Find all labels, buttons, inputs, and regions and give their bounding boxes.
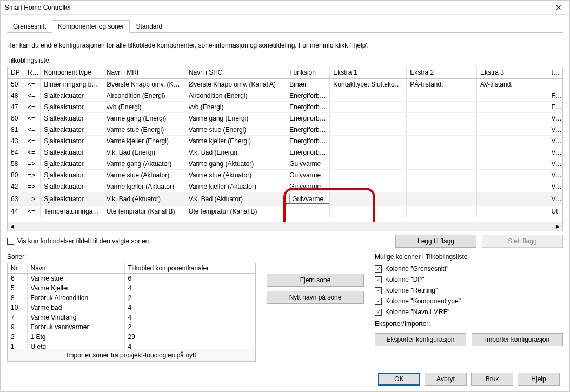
table-cell[interactable]: 50 [8, 78, 24, 90]
function-dropdown[interactable]: Gulvvarme▾ [289, 194, 330, 204]
table-cell[interactable]: 81 [8, 124, 24, 135]
table-cell[interactable]: Øverste Knapp omv. (Ka... [103, 78, 185, 90]
add-flag-button[interactable]: Legg til flagg [395, 235, 476, 248]
table-row[interactable]: 81<=SjalteaktuatorVarme stue (Energi)Var… [8, 124, 562, 135]
table-cell[interactable]: Energiforbruk [286, 124, 330, 135]
tab-komponenter[interactable]: Komponenter og soner [52, 20, 130, 33]
conn-column-header[interactable]: DP [8, 67, 24, 78]
table-cell[interactable]: 63 [8, 192, 24, 205]
table-row[interactable]: 42=>SjalteaktuatorVarme kjeller (Aktuato… [8, 181, 562, 192]
table-cell[interactable]: <= [24, 90, 40, 101]
zone-row[interactable]: 6Varme stue6 [8, 274, 255, 284]
table-cell[interactable]: 47 [8, 101, 24, 112]
table-cell[interactable] [407, 169, 477, 181]
table-cell[interactable]: Varme kjeller (Aktuator) [103, 181, 185, 192]
table-cell[interactable] [330, 158, 407, 169]
table-cell[interactable] [330, 135, 407, 147]
horizontal-scrollbar[interactable]: ◄ ► [7, 222, 563, 231]
table-cell[interactable]: => [24, 192, 40, 205]
table-cell[interactable]: Sjalteaktuator [41, 135, 103, 147]
table-cell[interactable]: Varme stue (Energi) [185, 124, 286, 135]
table-row[interactable]: 80=>SjalteaktuatorVarme stue (Aktuator)V… [8, 169, 562, 181]
table-cell[interactable]: Binær inngang batteri [41, 78, 103, 90]
zone-cell[interactable]: 29 [124, 332, 255, 342]
zone-cell[interactable]: 1 Etg [27, 332, 124, 342]
table-cell[interactable]: <= [24, 135, 40, 147]
table-cell[interactable]: Gulvvarme [286, 169, 330, 181]
table-cell[interactable] [476, 205, 548, 217]
conn-column-header[interactable]: Funksjon [286, 67, 330, 78]
table-row[interactable]: 44<=TemperaturinngangUte tempratur (Kana… [8, 205, 562, 217]
table-cell[interactable]: Va [548, 135, 562, 147]
table-cell[interactable]: Varme stue (Aktuator) [185, 169, 286, 181]
table-cell[interactable] [476, 147, 548, 158]
zone-column-header[interactable]: Navn: [27, 263, 124, 274]
table-cell[interactable] [476, 192, 548, 205]
zone-cell[interactable]: Varme stue [27, 274, 124, 284]
table-cell[interactable]: Aircondition (Energi) [103, 90, 185, 101]
table-cell[interactable] [476, 135, 548, 147]
zone-row[interactable]: 8Forbruk Aircondition2 [8, 293, 255, 303]
table-cell[interactable]: 64 [8, 147, 24, 158]
table-cell[interactable]: Sjalteaktuator [41, 169, 103, 181]
table-cell[interactable]: Ute tempratur (Kanal B) [185, 205, 286, 217]
table-cell[interactable]: 42 [8, 181, 24, 192]
table-cell[interactable] [407, 135, 477, 147]
table-cell[interactable]: Varme gang (Energi) [103, 112, 185, 124]
table-cell[interactable]: Varme gang (Energi) [185, 112, 286, 124]
table-cell[interactable]: Sjalteaktuator [41, 101, 103, 112]
zone-row[interactable]: 10Varme bad4 [8, 303, 255, 313]
conn-column-header[interactable]: R... [24, 67, 40, 78]
close-icon[interactable]: ✕ [552, 3, 565, 12]
rename-zone-button[interactable]: Nytt navn på sone [267, 291, 364, 304]
zones-table[interactable]: NrNavn:Tilkobled komponentkanaler 6Varme… [7, 263, 256, 349]
table-cell[interactable]: Gulvvarme▾Generelt:OppvarmingBelysningVe… [286, 192, 330, 205]
scroll-left-icon[interactable]: ◄ [8, 223, 17, 230]
table-cell[interactable] [407, 101, 477, 112]
column-checkbox[interactable] [375, 276, 382, 283]
table-cell[interactable]: <= [24, 147, 40, 158]
zone-cell[interactable]: 8 [8, 293, 27, 303]
table-cell[interactable]: Va [548, 181, 562, 192]
export-config-button[interactable]: Eksporter konfigurasjon [375, 333, 466, 346]
conn-column-header[interactable]: tilc [548, 67, 562, 78]
zone-cell[interactable]: 9 [8, 322, 27, 332]
table-cell[interactable]: Temperaturinngang [41, 205, 103, 217]
table-cell[interactable] [330, 192, 407, 205]
zone-row[interactable]: 7Varme Vindfang4 [8, 313, 255, 322]
table-row[interactable]: 48<=SjalteaktuatorAircondition (Energi)A… [8, 90, 562, 101]
table-cell[interactable]: Va [548, 147, 562, 158]
column-checkbox[interactable] [375, 298, 382, 305]
table-cell[interactable] [330, 147, 407, 158]
table-cell[interactable] [476, 158, 548, 169]
conn-column-header[interactable]: Ekstra 1 [330, 67, 407, 78]
connection-table[interactable]: DPR...Komponent typeNavn i MRFNavn i SHC… [7, 67, 563, 222]
import-config-button[interactable]: Importer konfigurasjon [472, 333, 563, 346]
zone-cell[interactable]: 7 [8, 313, 27, 322]
table-row[interactable]: 60<=SjalteaktuatorVarme gang (Energi)Var… [8, 112, 562, 124]
table-cell[interactable]: Va [548, 124, 562, 135]
table-row[interactable]: 64<=SjalteaktuatorV.k. Bad (Energi)V.k. … [8, 147, 562, 158]
zone-cell[interactable]: Varme bad [27, 303, 124, 313]
delete-flag-button[interactable]: Slett flagg [482, 235, 563, 248]
table-cell[interactable] [330, 169, 407, 181]
zone-row[interactable]: 1U etg4 [8, 342, 255, 349]
table-cell[interactable] [330, 124, 407, 135]
table-cell[interactable]: Energiforbruk [286, 147, 330, 158]
zone-cell[interactable]: Forbruk Aircondition [27, 293, 124, 303]
table-cell[interactable]: => [24, 169, 40, 181]
ok-button[interactable]: OK [378, 373, 420, 386]
table-cell[interactable]: Sjalteaktuator [41, 158, 103, 169]
column-checkbox[interactable] [375, 265, 382, 273]
table-cell[interactable]: Varme kjeller (Energi) [103, 135, 185, 147]
table-cell[interactable]: vvb (Energi) [103, 101, 185, 112]
table-cell[interactable]: Sjalteaktuator [41, 112, 103, 124]
table-cell[interactable] [407, 147, 477, 158]
table-cell[interactable]: Sjalteaktuator [41, 124, 103, 135]
zone-row[interactable]: 9Forbruk vannvarmer2 [8, 322, 255, 332]
table-cell[interactable]: vvb (Energi) [185, 101, 286, 112]
table-cell[interactable]: AV-tilstand: [476, 78, 548, 90]
table-cell[interactable] [407, 158, 477, 169]
zone-cell[interactable]: Varme Kjeller [27, 283, 124, 293]
table-cell[interactable] [476, 124, 548, 135]
